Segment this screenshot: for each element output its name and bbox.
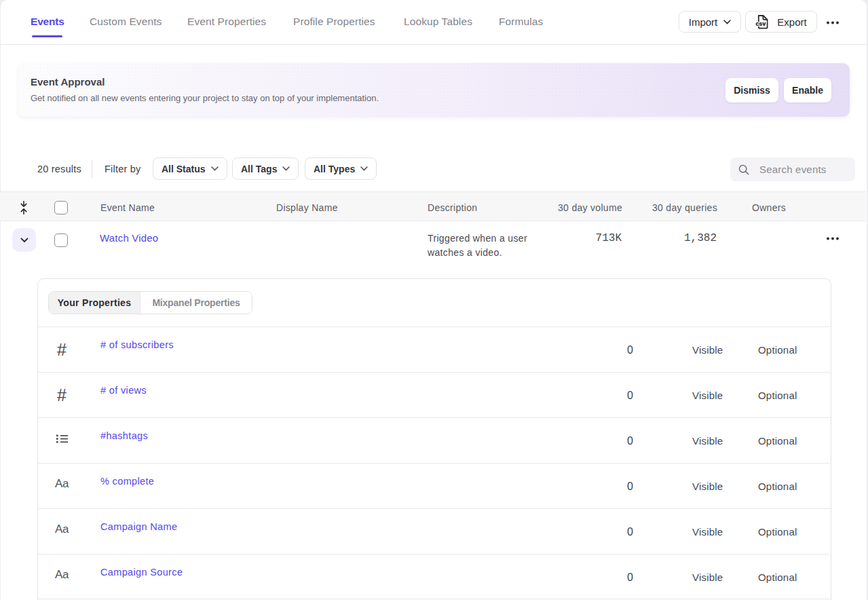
svg-text:csv: csv xyxy=(756,20,766,27)
